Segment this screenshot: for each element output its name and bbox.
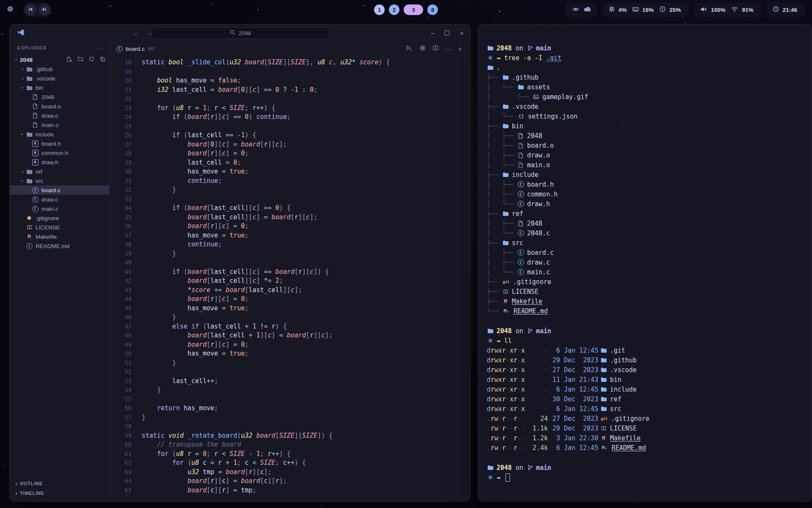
folder-icon [487,45,494,51]
tree-output-row: ├── .vscode [487,102,803,111]
folder-icon [487,465,494,470]
explorer-item-label: include [36,131,54,138]
search-icon [229,30,236,36]
split-editor-button[interactable] [432,45,439,52]
system-stats-widget[interactable]: 4% 16% 25% [602,3,689,17]
logo-icon [16,29,25,36]
cbadge-icon: C [517,191,524,197]
collapse-folders-button[interactable] [99,56,106,63]
explorer-item-.gitignore[interactable]: .gitignore [10,213,109,223]
mdbadge-icon: M↓ [502,309,510,313]
code-line-29: 29 last_cell = 0; [110,158,470,168]
code-line-55: 55 [110,395,470,404]
new-file-button[interactable] [66,56,73,64]
clock-widget[interactable]: 21:46 [766,3,805,17]
close-button[interactable]: × [460,30,464,37]
explorer-item-board.o[interactable]: board.o [10,102,109,111]
timeline-section[interactable]: ›TIMELINE [10,488,109,498]
vscode-logo [16,29,28,38]
tree-output-row: │ ├── Cboard.c [487,248,803,257]
code-line-63: 63 u32 tmp = board[r][c]; [110,468,470,477]
explorer-item-board.h[interactable]: Hboard.h [10,139,109,148]
tab-directory-hint: src [148,46,155,52]
terminal-window[interactable]: 2048 on main→ tree -a -I .git.├── .githu… [478,24,812,502]
tree-output-row: │ ├── Cboard.h [487,179,803,189]
explorer-item-LICENSE[interactable]: LICENSE [10,223,109,232]
explorer-item-Makefile[interactable]: MMakefile [10,232,109,241]
tree-output-row: ├── src [487,238,803,248]
workspace-2-button[interactable]: 2 [389,5,400,15]
tree-output-row: │ └── assets [487,82,803,92]
explorer-item-label: board.o [41,103,61,110]
explorer-item-label: LICENSE [36,224,60,231]
code-line-46: 46 } [110,313,470,322]
more-actions-button[interactable]: ··· [445,45,452,52]
explorer-item-.vscode[interactable]: ›.vscode [10,74,109,83]
tree-output-row: │ └── Cmain.c [487,267,803,277]
explorer-item-include[interactable]: ›include [10,130,109,139]
ls-output-row: drwxr-xr-x-11 Jan 21:43bin [487,375,803,384]
command-center-search[interactable]: 2048 [151,27,329,39]
media-previous-button[interactable] [25,4,36,16]
media-next-button[interactable] [38,4,50,16]
explorer-item-bin[interactable]: ›bin [10,83,109,92]
explorer-item-ref[interactable]: ›ref [10,167,109,176]
code-line-38: 38 continue; [110,240,470,249]
explorer-item-src[interactable]: ›src [10,176,109,185]
close-editor-button[interactable]: × [458,45,462,52]
explorer-more-actions-button[interactable]: ··· [96,45,103,51]
refresh-explorer-button[interactable] [88,56,95,63]
terminal-content: 2048 on main→ tree -a -I .git.├── .githu… [478,25,812,501]
new-folder-button[interactable] [77,56,84,63]
explorer-header-label: EXPLORER [17,45,47,50]
outline-section[interactable]: ›OUTLINE [10,478,109,488]
explorer-item-README.md[interactable]: iREADME.md [10,241,109,251]
folder-icon [502,123,509,129]
weather-widget[interactable] [566,3,597,17]
prompt-directory: 2048 [497,464,512,472]
folder-icon [487,328,494,334]
minimize-button[interactable]: − [431,30,434,37]
code-editor[interactable]: 18static bool _slide_col(u32 board[SIZE]… [110,56,470,501]
mdbadge-icon: M↓ [600,445,609,450]
folder-icon [487,65,494,70]
speaker-icon [700,6,708,14]
settings-gear-icon[interactable] [419,45,426,53]
chevron-right-icon: › [19,75,26,82]
explorer-item-common.h[interactable]: Hcommon.h [10,148,109,157]
explorer-item-label: draw.c [41,196,58,203]
explorer-item-draw.h[interactable]: Hdraw.h [10,157,109,167]
explorer-item-label: draw.h [41,159,58,166]
maximize-button[interactable] [444,30,450,36]
explorer-item-label: .github [36,66,53,72]
cloud-icon [583,7,591,12]
tab-filename: board.c [126,46,145,52]
code-line-36: 36 board[r][c] = 0; [110,222,470,231]
code-line-39: 39 } [110,249,470,259]
cbadge-icon: C [32,206,38,212]
explorer-item-2048[interactable]: 2048 [10,92,109,102]
history-back-button[interactable]: ← [133,30,140,37]
folder-icon [502,211,509,216]
explorer-item-.github[interactable]: ›.github [10,64,109,74]
explorer-item-draw.c[interactable]: Cdraw.c [10,195,109,204]
workspace-3-button-active[interactable]: 3 [404,5,423,15]
chevron-down-icon: › [19,177,26,184]
topbar: 1 2 3 8 4% 16% 25% 100% 91% [0,0,812,19]
explorer-item-main.o[interactable]: main.o [10,120,109,130]
audio-network-widget[interactable]: 100% 91% [694,3,762,17]
workspace-8-button[interactable]: 8 [428,5,438,15]
launcher-gear-icon[interactable] [7,3,16,16]
vscode-titlebar[interactable]: ← → 2048 − × [10,25,470,41]
code-line-18: 18static bool _slide_col(u32 board[SIZE]… [110,58,470,67]
workspace-1-button[interactable]: 1 [374,5,385,15]
explorer-item-board.c[interactable]: Cboard.c [10,185,109,195]
terminal-command-line: → [487,472,803,482]
folder-icon [26,178,33,184]
explorer-item-2048[interactable]: ›2048 [10,55,109,64]
explorer-item-main.c[interactable]: Cmain.c [10,204,109,213]
explorer-item-draw.o[interactable]: draw.o [10,111,109,120]
run-file-button[interactable] [405,45,413,52]
folder-icon [600,396,607,402]
tab-board.c[interactable]: C board.c src [116,46,155,52]
